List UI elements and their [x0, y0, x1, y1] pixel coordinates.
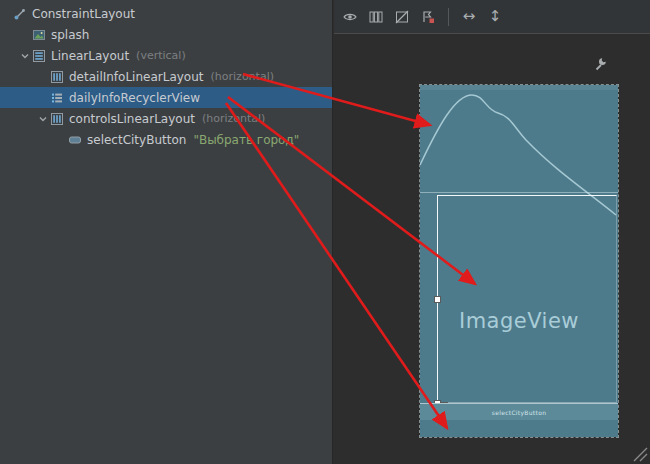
tree-item-annotation: (horizontal) [202, 112, 265, 125]
button-icon [67, 133, 82, 147]
chevron-down-icon[interactable] [18, 49, 31, 62]
design-toolbar: ↔ ↕ [334, 0, 650, 34]
tree-row-controlslinearlayout[interactable]: controlsLinearLayout (horizontal) [0, 108, 332, 129]
wrench-icon[interactable] [593, 56, 608, 71]
visibility-icon[interactable] [340, 7, 360, 27]
linear-layout-horizontal-icon [49, 112, 64, 126]
linear-layout-vertical-icon [31, 49, 46, 63]
image-icon [31, 28, 46, 42]
tree-item-annotation: (horizontal) [211, 70, 274, 83]
swap-horizontal-icon[interactable]: ↔ [459, 7, 479, 27]
select-city-button-label: selectCityButton [492, 409, 546, 416]
tree-item-label: ConstraintLayout [32, 7, 135, 21]
tree-item-label: dailyInfoRecyclerView [69, 91, 200, 105]
column-view-icon[interactable] [366, 7, 386, 27]
recycler-view-icon [49, 91, 64, 105]
tree-row-detailinfolinearlayout[interactable]: detailInfoLinearLayout (horizontal) [0, 66, 332, 87]
resize-grip[interactable] [628, 442, 648, 462]
chevron-down-icon[interactable] [36, 112, 49, 125]
render-issues-icon[interactable] [418, 7, 438, 27]
selection-outline [437, 195, 617, 403]
swap-vertical-icon[interactable]: ↕ [485, 7, 505, 27]
tree-row-linearlayout[interactable]: LinearLayout (vertical) [0, 45, 332, 66]
tree-item-label: LinearLayout [51, 49, 129, 63]
section-divider [420, 192, 618, 193]
toolbar-separator [448, 8, 449, 26]
tree-item-label: controlsLinearLayout [69, 112, 195, 126]
tree-row-constraintlayout[interactable]: ConstraintLayout [0, 3, 332, 24]
device-preview[interactable]: ImageView selectCityButton [420, 85, 618, 437]
tree-item-annotation: (vertical) [136, 49, 186, 62]
tree-item-label: selectCityButton [87, 133, 186, 147]
tree-item-label: detailInfoLinearLayout [69, 70, 204, 84]
selection-handle[interactable] [434, 296, 441, 303]
tree-item-value: "Выбрать город" [193, 133, 299, 147]
tree-row-selectcitybutton[interactable]: selectCityButton "Выбрать город" [0, 129, 332, 150]
select-city-button-preview[interactable]: selectCityButton [420, 403, 618, 420]
tree-item-label: splash [51, 28, 89, 42]
status-bar-band [420, 85, 618, 90]
component-tree-panel: ConstraintLayout splash LinearLayout (ve… [0, 0, 333, 464]
toggle-blueprint-icon[interactable] [392, 7, 412, 27]
tree-row-splash[interactable]: splash [0, 24, 332, 45]
linear-layout-horizontal-icon [49, 70, 64, 84]
tree-row-dailyinforecyclerview[interactable]: dailyInfoRecyclerView [0, 87, 332, 108]
constraint-layout-icon [12, 7, 27, 21]
